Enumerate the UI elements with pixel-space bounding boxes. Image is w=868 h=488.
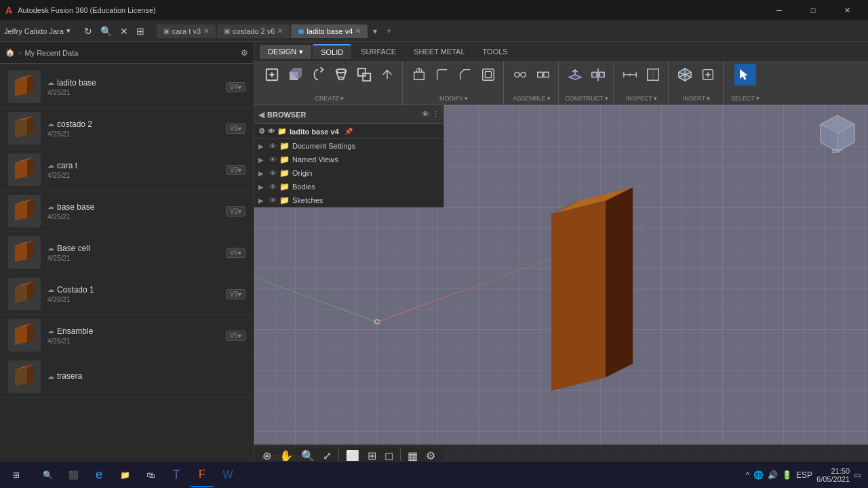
insert-svg-icon[interactable] xyxy=(697,64,719,86)
revolve-icon[interactable] xyxy=(307,64,329,86)
viewport[interactable]: ◀ BROWSER 👁 ⋮ ⚙ 👁 📁 ladito base v4 📌 xyxy=(254,105,868,466)
select-chevron-icon[interactable]: ▾ xyxy=(756,95,760,102)
midplane-icon[interactable] xyxy=(587,64,609,86)
taskbar-store[interactable]: 🛍 xyxy=(138,463,163,487)
list-item[interactable]: ☁ cara t 4/25/21 V3▾ xyxy=(0,149,254,191)
browser-tree-item[interactable]: ▶ 👁 📁 Named Views xyxy=(254,153,443,166)
browser-more-icon[interactable]: ⋮ xyxy=(432,110,439,119)
measure-icon[interactable] xyxy=(619,64,641,86)
browser-tree-item[interactable]: ▶ 👁 📁 Sketches xyxy=(254,193,443,207)
start-button[interactable]: ⊞ xyxy=(0,462,33,489)
fillet-icon[interactable] xyxy=(431,64,453,86)
expand-arrow-icon[interactable]: ▶ xyxy=(258,183,267,191)
browser-tree-item[interactable]: ▶ 👁 📁 Document Settings xyxy=(254,139,443,153)
expand-arrow-icon[interactable]: ▶ xyxy=(258,156,267,164)
tabs-dropdown[interactable]: ▾ xyxy=(369,25,381,37)
version-badge[interactable]: V5▾ xyxy=(226,331,245,341)
taskbar-word[interactable]: W xyxy=(216,463,240,487)
visibility-icon[interactable]: 👁 xyxy=(269,142,277,150)
list-item[interactable]: ☁ Costado 1 4/26/21 V9▾ xyxy=(0,274,254,315)
visibility-icon[interactable]: 👁 xyxy=(269,183,277,191)
nav-cube[interactable]: EDIT Z xyxy=(814,112,861,159)
browser-tree-item[interactable]: ▶ 👁 📁 Bodies xyxy=(254,180,443,193)
shell-icon[interactable] xyxy=(477,64,499,86)
assemble-chevron-icon[interactable]: ▾ xyxy=(547,95,551,102)
list-item[interactable]: ☁ costado 2 4/25/21 V6▾ xyxy=(0,108,254,149)
close-button[interactable]: ✕ xyxy=(831,0,863,20)
list-item[interactable]: ☁ trasera xyxy=(0,356,254,398)
tab-surface[interactable]: SURFACE xyxy=(353,45,404,58)
tab-costado[interactable]: ▣ costado 2 v6 ✕ xyxy=(217,24,290,38)
version-badge[interactable]: V9▾ xyxy=(226,289,245,299)
tab-costado-close[interactable]: ✕ xyxy=(277,27,283,35)
version-badge[interactable]: V2▾ xyxy=(226,206,245,217)
cancel-icon[interactable]: ✕ xyxy=(117,24,131,38)
taskbar-teams[interactable]: T xyxy=(164,463,189,487)
list-item[interactable]: ☁ Base cell 4/25/21 V6▾ xyxy=(0,232,254,274)
root-pin-icon[interactable]: 📌 xyxy=(344,128,353,135)
settings-icon[interactable]: ⚙ xyxy=(241,48,248,58)
browser-tree-item[interactable]: ▶ 👁 📁 Origin xyxy=(254,166,443,180)
visibility-icon[interactable]: 👁 xyxy=(269,155,277,164)
apps-icon[interactable]: ⊞ xyxy=(134,24,147,38)
expand-arrow-icon[interactable]: ▶ xyxy=(258,197,267,204)
visibility-icon[interactable]: 👁 xyxy=(269,169,277,177)
design-dropdown[interactable]: DESIGN ▾ xyxy=(260,45,311,59)
taskbar-explorer[interactable]: 📁 xyxy=(113,463,137,487)
construct-chevron-icon[interactable]: ▾ xyxy=(605,95,608,102)
visibility-icon[interactable]: 👁 xyxy=(269,196,277,204)
taskbar-task-view[interactable]: ⬛ xyxy=(61,463,85,487)
taskbar-edge[interactable]: e xyxy=(87,463,111,487)
create-chevron-icon[interactable]: ▾ xyxy=(340,95,344,102)
lang-indicator[interactable]: ESP xyxy=(796,470,812,480)
refresh-icon[interactable]: ↻ xyxy=(81,24,95,38)
browser-eye-icon[interactable]: 👁 xyxy=(422,110,429,119)
inspect-chevron-icon[interactable]: ▾ xyxy=(654,95,657,102)
version-badge[interactable]: V3▾ xyxy=(226,165,245,175)
chamfer-icon[interactable] xyxy=(454,64,476,86)
version-badge[interactable]: V6▾ xyxy=(226,124,245,134)
show-hidden-icon[interactable]: ^ xyxy=(745,470,749,480)
insert-mesh-icon[interactable] xyxy=(674,64,696,86)
network-icon[interactable]: 🌐 xyxy=(753,470,764,480)
insert-chevron-icon[interactable]: ▾ xyxy=(707,95,710,102)
extrude-icon[interactable] xyxy=(284,64,306,86)
maximize-button[interactable]: □ xyxy=(797,0,829,20)
search-icon[interactable]: 🔍 xyxy=(98,24,115,38)
expand-arrow-icon[interactable]: ▶ xyxy=(258,143,267,150)
version-badge[interactable]: V6▾ xyxy=(226,248,245,258)
sketch-icon[interactable] xyxy=(261,64,283,86)
tab-sheet-metal[interactable]: SHEET METAL xyxy=(406,45,473,58)
taskbar-search[interactable]: 🔍 xyxy=(35,463,60,487)
home-icon[interactable]: 🏠 xyxy=(5,48,15,57)
tab-tools[interactable]: TOOLS xyxy=(475,45,516,58)
tab-cara-close[interactable]: ✕ xyxy=(203,27,209,35)
system-clock[interactable]: 21:50 6/05/2021 xyxy=(816,467,850,483)
tab-ladito-close[interactable]: ✕ xyxy=(355,27,361,35)
press-pull-icon[interactable] xyxy=(408,64,430,86)
joint-icon[interactable] xyxy=(509,64,531,86)
version-badge[interactable]: V4▾ xyxy=(226,82,245,92)
user-account[interactable]: Jeffry Calixto Jara ▾ xyxy=(4,26,71,35)
tab-cara[interactable]: ▣ cara t v3 ✕ xyxy=(157,24,216,38)
more-create-icon[interactable] xyxy=(376,64,398,86)
as-built-joint-icon[interactable] xyxy=(532,64,554,86)
battery-icon[interactable]: 🔋 xyxy=(782,470,792,480)
browser-collapse-icon[interactable]: ◀ xyxy=(258,110,264,119)
list-item[interactable]: ☁ Ensamble 4/26/21 V5▾ xyxy=(0,315,254,356)
show-desktop-icon[interactable]: ▭ xyxy=(854,470,861,480)
tab-ladito[interactable]: ▣ ladito base v4 ✕ xyxy=(291,24,368,38)
tab-solid[interactable]: SOLID xyxy=(313,44,351,59)
modify-chevron-icon[interactable]: ▾ xyxy=(465,95,468,102)
new-tab-button[interactable]: + xyxy=(382,25,395,37)
root-vis-icon[interactable]: 👁 xyxy=(268,128,275,135)
volume-icon[interactable]: 🔊 xyxy=(768,470,778,480)
taskbar-fusion[interactable]: F xyxy=(190,463,214,487)
minimize-button[interactable]: ─ xyxy=(764,0,795,20)
combine-icon[interactable] xyxy=(353,64,375,86)
section-analysis-icon[interactable] xyxy=(642,64,664,86)
list-item[interactable]: ☁ base base 4/25/21 V2▾ xyxy=(0,191,254,232)
offset-plane-icon[interactable] xyxy=(564,64,586,86)
expand-arrow-icon[interactable]: ▶ xyxy=(258,170,267,177)
list-item[interactable]: ☁ ladito base 4/25/21 V4▾ xyxy=(0,67,254,108)
